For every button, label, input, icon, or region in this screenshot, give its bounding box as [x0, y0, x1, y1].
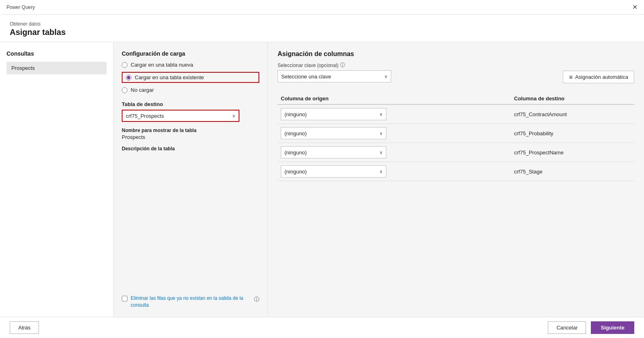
table-row: (ninguno) ∨ crf75_Probability	[278, 124, 634, 143]
col-destino-text-2: crf75_ProspectName	[514, 150, 564, 156]
tabla-destino-label: Tabla de destino	[122, 101, 259, 107]
radio-existing-label[interactable]: Cargar en una tabla existente	[126, 74, 204, 80]
radio-existing-box: Cargar en una tabla existente	[122, 72, 259, 83]
atras-button[interactable]: Atrás	[10, 321, 39, 334]
table-row: (ninguno) ∨ crf75_Stage	[278, 162, 634, 181]
radio-none-text: No cargar	[131, 87, 154, 93]
col-destino-text-1: crf75_Probability	[514, 130, 554, 136]
col-origen-arrow-icon-3: ∨	[379, 169, 383, 174]
nombre-mostrar-label: Nombre para mostrar de la tabla	[122, 128, 259, 133]
key-select-arrow-icon: ∨	[384, 74, 388, 79]
col-origen-select-3[interactable]: (ninguno)	[284, 169, 379, 175]
columns-table: Columna de origen Columna de destino (ni…	[278, 93, 634, 181]
cancelar-button[interactable]: Cancelar	[548, 321, 586, 334]
main-content: Consultas Prospects Configuración de car…	[0, 42, 644, 317]
tabla-destino-arrow-icon: ∨	[232, 113, 235, 119]
col-origen-select-0[interactable]: (ninguno)	[284, 111, 379, 117]
col-origen-arrow-icon-1: ∨	[379, 131, 383, 136]
checkbox-section: Eliminar las filas que ya no existan en …	[122, 287, 259, 309]
tabla-destino-select[interactable]: crf75_Prospects	[126, 113, 232, 119]
select-key-label: Seleccionar clave (opcional) ⓘ	[278, 62, 391, 69]
consultas-title: Consultas	[6, 50, 107, 57]
config-title: Configuración de carga	[122, 50, 259, 57]
nombre-mostrar-value: Prospects	[122, 134, 259, 140]
title-bar: Power Query ✕	[0, 0, 644, 15]
radio-new-label[interactable]: Cargar en una tabla nueva	[122, 62, 259, 68]
auto-assign-label: Asignación automática	[575, 74, 628, 80]
auto-assign-button[interactable]: ≡ Asignación automática	[563, 71, 634, 83]
header-subtitle: Obtener datos	[10, 21, 634, 27]
close-button[interactable]: ✕	[632, 3, 638, 11]
descripcion-label: Descripción de la tabla	[122, 146, 259, 152]
radio-new-input[interactable]	[122, 62, 127, 68]
eliminar-filas-label: Eliminar las filas que ya no existan en …	[131, 295, 251, 309]
footer-left: Atrás	[10, 321, 39, 334]
siguiente-button[interactable]: Siguiente	[591, 321, 634, 334]
radio-new-text: Cargar en una tabla nueva	[131, 62, 193, 68]
panel-config: Configuración de carga Cargar en una tab…	[114, 42, 268, 317]
header: Obtener datos Asignar tablas	[0, 15, 644, 42]
table-row: (ninguno) ∨ crf75_ContractAmount	[278, 104, 634, 124]
panel-asignacion: Asignación de columnas Seleccionar clave…	[268, 42, 644, 317]
radio-existing-input[interactable]	[126, 75, 131, 80]
col-origen-select-wrapper-2[interactable]: (ninguno) ∨	[281, 146, 386, 158]
consulta-item[interactable]: Prospects	[6, 62, 107, 74]
col-origen-select-wrapper-0[interactable]: (ninguno) ∨	[281, 108, 386, 120]
col-origen-arrow-icon-2: ∨	[379, 150, 383, 155]
footer-right: Cancelar Siguiente	[548, 321, 634, 334]
select-key-info-icon: ⓘ	[340, 62, 345, 69]
panel-consultas: Consultas Prospects	[0, 42, 114, 317]
select-key-section: Seleccionar clave (opcional) ⓘ Seleccion…	[278, 62, 391, 82]
col-destino-text-0: crf75_ContractAmount	[514, 111, 567, 117]
col-origen-select-1[interactable]: (ninguno)	[284, 130, 379, 136]
radio-existing-text: Cargar en una tabla existente	[135, 74, 204, 80]
footer: Atrás Cancelar Siguiente	[0, 317, 644, 338]
asignacion-title: Asignación de columnas	[278, 50, 634, 58]
key-select-wrapper[interactable]: Seleccione una clave ∨	[278, 70, 391, 82]
title-bar-label: Power Query	[6, 4, 35, 10]
radio-group: Cargar en una tabla nueva Cargar en una …	[122, 62, 259, 93]
col-destino-text-3: crf75_Stage	[514, 169, 543, 175]
asignacion-header: Seleccionar clave (opcional) ⓘ Seleccion…	[278, 62, 634, 83]
radio-none-label[interactable]: No cargar	[122, 87, 259, 93]
col-origen-select-wrapper-1[interactable]: (ninguno) ∨	[281, 127, 386, 139]
auto-assign-icon: ≡	[569, 74, 573, 80]
col-origen-arrow-icon-0: ∨	[379, 112, 383, 117]
col-origen-select-wrapper-3[interactable]: (ninguno) ∨	[281, 165, 386, 178]
key-select[interactable]: Seleccione una clave	[281, 74, 384, 80]
col-origen-select-2[interactable]: (ninguno)	[284, 150, 379, 156]
tabla-destino-select-wrapper[interactable]: crf75_Prospects ∨	[122, 110, 239, 122]
table-row: (ninguno) ∨ crf75_ProspectName	[278, 143, 634, 162]
col-origen-header: Columna de origen	[278, 93, 511, 104]
col-destino-header: Columna de destino	[511, 93, 634, 104]
header-title: Asignar tablas	[10, 28, 634, 37]
checkbox-info-icon: ⓘ	[254, 296, 259, 303]
radio-none-input[interactable]	[122, 87, 127, 93]
eliminar-filas-checkbox[interactable]	[122, 296, 127, 301]
